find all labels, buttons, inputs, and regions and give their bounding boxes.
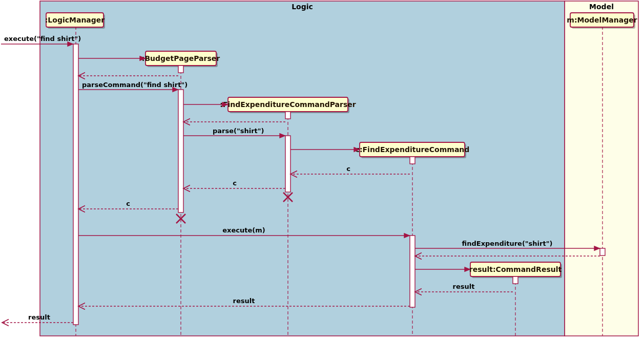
frame-model	[565, 1, 638, 336]
msg-find-expenditure-label: findExpenditure("shirt")	[462, 240, 553, 247]
activation-fep-parse	[285, 136, 290, 192]
diagram-svg: Model Logic :LogicManager :BudgetPagePar…	[0, 0, 644, 340]
msg-parse-label: parse("shirt")	[213, 127, 264, 135]
frame-logic-title: Logic	[292, 3, 313, 11]
participant-find-exp-parser-label: :FindExpenditureCommandParser	[220, 100, 356, 109]
msg-execute-find-shirt-label: execute("find shirt")	[4, 35, 81, 42]
msg-return-result2-label: result	[233, 297, 255, 305]
frame-model-title: Model	[589, 3, 614, 11]
msg-parse-command-label: parseCommand("find shirt")	[82, 81, 188, 89]
msg-execute-m-label: execute(m)	[222, 226, 265, 234]
activation-fec-create	[410, 157, 415, 164]
frame-logic	[40, 1, 565, 336]
activation-bpp-parse	[178, 90, 183, 213]
participant-logic-manager-label: :LogicManager	[45, 16, 105, 24]
participant-find-exp-command-label: c:FindExpenditureCommand	[356, 145, 470, 154]
msg-return-c2-label: c	[233, 179, 237, 187]
msg-return-result3-label: result	[28, 313, 50, 321]
msg-return-result1-label: result	[453, 283, 475, 290]
activation-cr-create	[513, 277, 518, 284]
activation-logic-manager	[73, 44, 78, 325]
participant-budget-page-parser-label: :BudgetPageParser	[142, 54, 220, 62]
activation-bpp-create	[178, 66, 183, 73]
activation-fec-exec	[410, 236, 415, 307]
sequence-diagram: Model Logic :LogicManager :BudgetPagePar…	[0, 0, 644, 340]
participant-command-result-label: result:CommandResult	[469, 265, 562, 273]
msg-return-c1-label: c	[346, 165, 350, 173]
participant-model-manager-label: m:ModelManager	[567, 16, 637, 24]
msg-return-c3-label: c	[126, 200, 130, 207]
activation-fep-create	[285, 112, 290, 119]
activation-mm-find	[600, 248, 605, 256]
